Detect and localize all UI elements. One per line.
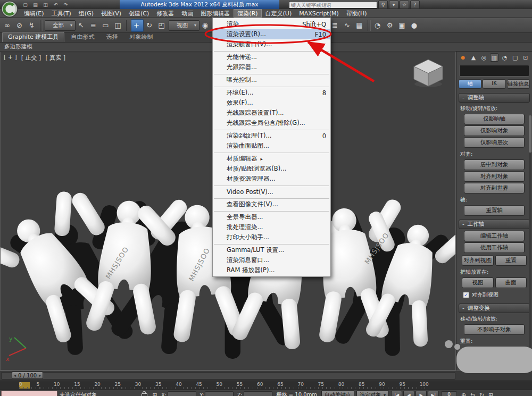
dont-affect-children-button[interactable]: 不影响子对象: [464, 324, 525, 335]
window-crossing-toggle-icon[interactable]: ◫: [113, 20, 124, 31]
current-frame-field[interactable]: 0: [441, 391, 457, 396]
menu-rendering[interactable]: 渲染(R): [234, 9, 261, 18]
menu-item-render-setup[interactable]: 渲染设置(R)... F10: [213, 29, 330, 39]
menu-item-material-editor[interactable]: 材质编辑器 ▸: [213, 154, 330, 164]
rollout-adjust-pivot[interactable]: - 调整轴: [459, 93, 530, 103]
utilities-tab-icon[interactable]: ⊡: [521, 53, 530, 62]
track-bar[interactable]: 0510152025303540455055606570758085909510…: [0, 381, 532, 390]
hierarchy-tab-icon[interactable]: ▥: [490, 53, 499, 62]
place-surface-button[interactable]: 曲面: [495, 277, 527, 288]
menu-item-raytrace-global[interactable]: 光线跟踪全局包含/排除(G)...: [213, 118, 330, 128]
reset-pivot-button[interactable]: 重置轴: [464, 205, 525, 216]
edit-working-pivot-button[interactable]: 编辑工作轴: [464, 231, 525, 241]
center-to-object-button[interactable]: 居中到对象: [464, 159, 525, 170]
selection-lock-icon[interactable]: [142, 393, 147, 396]
menu-create[interactable]: 创建(C): [125, 9, 153, 18]
menu-item-video-post[interactable]: Video Post(V)...: [213, 187, 330, 197]
toolbar-separator[interactable]: [40, 20, 43, 31]
maximize-viewport-icon[interactable]: ⊞: [486, 391, 495, 396]
display-tab-icon[interactable]: ▢: [511, 53, 520, 62]
motion-tab-icon[interactable]: ◔: [500, 53, 509, 62]
bind-to-space-warp-icon[interactable]: ↯: [27, 20, 38, 31]
use-working-pivot-button[interactable]: 使用工作轴: [464, 242, 525, 253]
menu-item-ram-player[interactable]: RAM 播放器(P)...: [213, 265, 330, 275]
affect-pivot-only-button[interactable]: 仅影响轴: [464, 114, 525, 124]
affect-object-only-button[interactable]: 仅影响对象: [464, 125, 525, 136]
menu-item-batch-render[interactable]: 批处理渲染...: [213, 222, 330, 232]
ribbon-tab-object-paint[interactable]: 对象绘制: [124, 32, 158, 42]
time-slider-handle[interactable]: ◂ 0 / 100 ▸: [12, 372, 43, 379]
coord-x-field[interactable]: X:: [161, 391, 196, 396]
object-name-field[interactable]: [459, 65, 529, 77]
orbit-icon[interactable]: ↻: [477, 391, 486, 396]
menu-modifiers[interactable]: 修改器: [153, 9, 178, 18]
menu-edit[interactable]: 编辑(E): [20, 9, 48, 18]
app-logo-button[interactable]: [1, 1, 18, 18]
rollout-adjust-transform[interactable]: - 调整变换: [459, 304, 530, 313]
menu-animation[interactable]: 动画: [178, 9, 197, 18]
viewport-pov-menu[interactable]: 正交: [21, 54, 41, 62]
create-tab-icon[interactable]: ▲: [469, 53, 478, 62]
affect-hierarchy-only-button[interactable]: 仅影响层次: [464, 137, 525, 148]
reference-coordinate-combo[interactable]: 视图 ▾: [169, 20, 200, 31]
pivot-tab[interactable]: 轴: [459, 79, 481, 89]
menu-customize[interactable]: 自定义(U): [262, 9, 296, 18]
coord-z-field[interactable]: Z:: [237, 391, 272, 396]
maxscript-mini-listener[interactable]: [1, 391, 57, 396]
redo-icon[interactable]: ↷: [62, 1, 70, 8]
next-frame-arrow-icon[interactable]: ▸: [39, 373, 41, 378]
ik-tab[interactable]: IK: [483, 79, 505, 89]
auto-key-button[interactable]: 自动关键点: [321, 390, 354, 396]
render-setup-icon[interactable]: ⚙: [385, 20, 396, 31]
rollout-working-pivot[interactable]: - 工作轴: [459, 220, 530, 229]
menu-tools[interactable]: 工具(T): [48, 9, 75, 18]
menu-views[interactable]: 视图(V): [97, 9, 125, 18]
menu-item-gamma-lut[interactable]: Gamma/LUT 设置...: [213, 245, 330, 255]
reset-working-pivot-button[interactable]: 重置: [495, 255, 527, 266]
previous-frame-button[interactable]: ◀: [403, 391, 414, 396]
material-editor-icon[interactable]: ◔: [372, 20, 384, 31]
use-pivot-point-icon[interactable]: ◉: [200, 20, 212, 31]
toolbar-separator[interactable]: [368, 20, 371, 31]
absolute-offset-mode-icon[interactable]: ⊞: [151, 392, 159, 396]
menu-item-view-image-file[interactable]: 查看图像文件(V)...: [213, 199, 330, 209]
menu-graph-editors[interactable]: 图形编辑器: [197, 9, 234, 18]
select-by-name-icon[interactable]: ≡: [88, 20, 100, 31]
time-slider-track[interactable]: [1, 372, 455, 380]
select-and-link-icon[interactable]: ∞: [2, 20, 14, 31]
unlink-selection-icon[interactable]: ⊘: [14, 20, 26, 31]
select-and-rotate-icon[interactable]: ↻: [144, 20, 156, 31]
play-button[interactable]: ▶: [415, 391, 427, 396]
pan-icon[interactable]: ⇆: [468, 391, 477, 396]
menu-item-render-message-window[interactable]: 渲染消息窗口...: [213, 255, 330, 265]
selection-filter-combo[interactable]: 全部 ▾: [45, 20, 76, 31]
select-and-move-icon[interactable]: +: [131, 19, 144, 32]
menu-item-raytracer-settings[interactable]: 光线跟踪器设置(T)...: [213, 108, 330, 118]
align-to-view-checkbox[interactable]: ✓ 对齐到视图: [463, 291, 526, 299]
menu-item-environment[interactable]: 环境(E)... 8: [213, 88, 330, 98]
select-and-scale-icon[interactable]: ◰: [156, 20, 168, 31]
help-icon[interactable]: ?: [410, 1, 420, 9]
menu-item-exposure-control[interactable]: 曝光控制...: [213, 75, 330, 85]
link-info-tab[interactable]: 链接信息: [507, 79, 530, 89]
menu-item-render[interactable]: 渲染 Shift+Q: [213, 19, 330, 29]
schematic-view-icon[interactable]: ▦: [354, 20, 366, 31]
menu-item-material-explorer[interactable]: 材质资源管理器...: [213, 174, 330, 184]
rect-selection-region-icon[interactable]: ▭: [101, 20, 112, 31]
viewport-shading-menu[interactable]: 真实: [45, 54, 65, 62]
menu-item-render-surface-map[interactable]: 渲染曲面贴图...: [213, 141, 330, 151]
menu-item-effects[interactable]: 效果(F)...: [213, 98, 330, 108]
curve-editor-icon[interactable]: ∿: [342, 20, 354, 31]
align-to-object-button[interactable]: 对齐到对象: [464, 171, 525, 182]
rendered-frame-window-icon[interactable]: ▣: [397, 20, 409, 31]
align-to-view-button[interactable]: 对齐到视图: [462, 255, 494, 266]
coord-y-field[interactable]: Y:: [200, 391, 234, 396]
favorites-icon[interactable]: ☆: [400, 1, 409, 9]
menu-item-panorama-exporter[interactable]: 全景导出器...: [213, 212, 330, 222]
menu-item-rendered-frame-window[interactable]: 渲染帧窗口(V)...: [213, 39, 330, 49]
select-object-icon[interactable]: ↖: [76, 20, 88, 31]
zoom-icon[interactable]: ⊕: [459, 391, 468, 396]
ribbon-tab-freeform[interactable]: 自由形式: [65, 32, 99, 42]
ribbon-tab-selection[interactable]: 选择: [101, 32, 123, 42]
menu-help[interactable]: 帮助(H): [343, 9, 371, 18]
